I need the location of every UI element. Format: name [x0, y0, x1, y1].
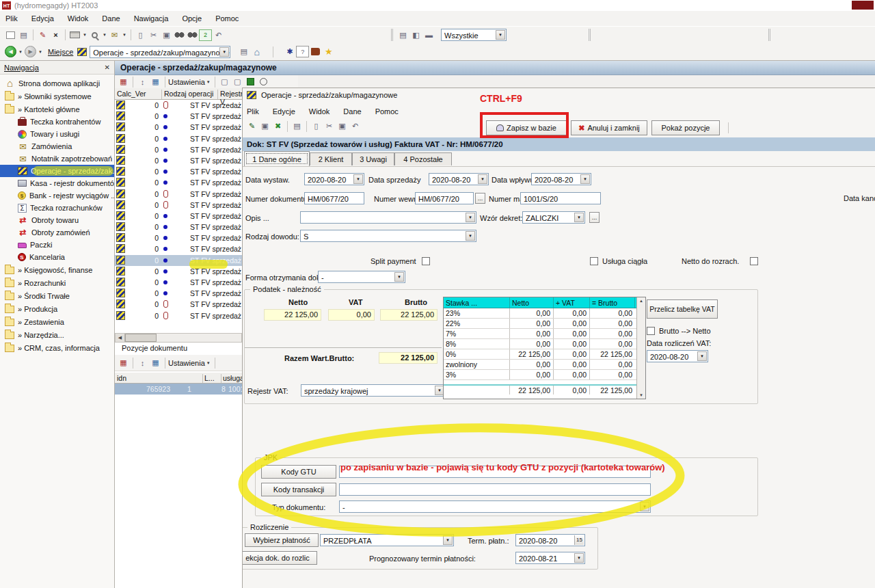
- kody-transakcji-button[interactable]: Kody transakcji: [261, 483, 336, 496]
- operations-row[interactable]: 0ST FV sprzedaż: [115, 177, 242, 188]
- chevron-down-icon[interactable]: ▼: [394, 272, 404, 282]
- settings-button[interactable]: Ustawienia: [168, 359, 205, 367]
- edit-icon[interactable]: ✎: [36, 29, 49, 41]
- chevron-down-icon[interactable]: ▼: [205, 357, 212, 369]
- operations-row[interactable]: 0ST FV sprzedaż: [115, 166, 242, 177]
- chevron-down-icon[interactable]: ▼: [205, 76, 212, 88]
- app-menu-opcje[interactable]: Opcje: [182, 14, 202, 23]
- platnosc-select[interactable]: PRZEDPŁATA▼: [320, 534, 454, 546]
- operations-row[interactable]: 0ST FV sprzedaż: [115, 100, 242, 111]
- horizontal-scrollbar[interactable]: ◀: [115, 333, 242, 343]
- operations-row[interactable]: 0ST FV sprzedaż: [115, 122, 242, 133]
- app-menu-edycja[interactable]: Edycja: [31, 14, 54, 23]
- delete-doc-icon[interactable]: ✖: [271, 120, 284, 132]
- sidebar-item[interactable]: Paczki: [0, 239, 114, 251]
- save-copy-icon[interactable]: ▣: [258, 120, 271, 132]
- przelicz-vat-button[interactable]: Przelicz tabelkę VAT: [647, 299, 718, 319]
- sidebar-item[interactable]: Teczka kontrahentów: [0, 116, 114, 128]
- doc-menu-widok[interactable]: Widok: [309, 107, 330, 116]
- operations-row[interactable]: 0ST FV sprzedaż: [115, 144, 242, 155]
- doc-menu-pomoc[interactable]: Pomoc: [375, 107, 399, 116]
- operations-row[interactable]: 0ST FV sprzedaż: [115, 277, 242, 288]
- sidebar-item[interactable]: Kasa - rejestr dokumentó...: [0, 177, 114, 189]
- print-icon[interactable]: [68, 29, 81, 41]
- kody-transakcji-input[interactable]: [339, 483, 651, 496]
- star-icon[interactable]: ★: [322, 46, 335, 57]
- usluga-ciagla-checkbox[interactable]: [590, 257, 598, 265]
- sidebar-item[interactable]: ⇄Obroty zamówień: [0, 226, 114, 239]
- position-row[interactable]: 765923 1 8 1001/S/20: [115, 384, 242, 395]
- sidebar-item[interactable]: » Zestawienia: [0, 315, 114, 328]
- history-icon[interactable]: [257, 76, 270, 88]
- back-icon[interactable]: ◀: [4, 46, 17, 57]
- tree-view-icon[interactable]: ▤: [396, 29, 409, 41]
- doc-menu-plik[interactable]: Plik: [247, 107, 259, 116]
- tab-uwagi[interactable]: 3 Uwagi: [352, 152, 394, 165]
- copy-icon[interactable]: ▯: [134, 29, 147, 41]
- undo-icon[interactable]: ↶: [349, 120, 362, 132]
- column-header[interactable]: L...: [204, 374, 215, 382]
- opis-select[interactable]: ▼: [300, 211, 476, 224]
- vat-table-row[interactable]: 3%0,000,000,00: [444, 370, 636, 380]
- wybierz-platnosc-button[interactable]: Wybierz płatność: [245, 533, 319, 547]
- chevron-down-icon[interactable]: ▼: [466, 213, 475, 222]
- prognozowany-select[interactable]: 2020-08-21▼: [515, 552, 585, 564]
- operations-row[interactable]: 0ST FV sprzedaż: [115, 288, 242, 299]
- app-menu-widok[interactable]: Widok: [68, 14, 89, 23]
- vat-table-row[interactable]: 22%0,000,000,00: [444, 319, 636, 329]
- new-document-icon[interactable]: [4, 29, 17, 41]
- filter-select[interactable]: Wszystkie ▼: [441, 29, 507, 41]
- term-platnosci-input[interactable]: 2020-08-2015: [515, 534, 585, 546]
- find-next-icon[interactable]: [186, 29, 199, 41]
- send-dropdown-icon[interactable]: ▼: [121, 29, 128, 41]
- chevron-down-icon[interactable]: ▼: [443, 535, 453, 545]
- sidebar-item[interactable]: SKancelaria: [0, 251, 114, 263]
- forward-dropdown-icon[interactable]: ▼: [37, 46, 44, 57]
- sidebar-item[interactable]: $Bank - rejestr wyciągów ...: [0, 189, 114, 202]
- cut-icon[interactable]: ✂: [323, 120, 336, 132]
- chevron-down-icon[interactable]: ▼: [580, 174, 590, 184]
- selekcja-dokumentow-button[interactable]: ekcja dok. do rozlic: [242, 551, 317, 565]
- table-icon[interactable]: ▦: [149, 357, 162, 369]
- vertical-scrollbar[interactable]: ▲▼: [636, 297, 645, 399]
- sidebar-item[interactable]: » Słowniki systemowe: [0, 90, 114, 103]
- app-menu-nawigacja[interactable]: Nawigacja: [134, 14, 169, 23]
- operations-row[interactable]: 0ST FV sprzedaż: [115, 299, 242, 310]
- sidebar-item[interactable]: » Środki Trwałe: [0, 289, 114, 302]
- numer-dokumentu-input[interactable]: HM/0677/20: [304, 192, 364, 204]
- column-header[interactable]: Rodzaj operacji: [164, 90, 213, 98]
- table-icon[interactable]: ▦: [149, 76, 162, 88]
- chevron-down-icon[interactable]: ▼: [697, 351, 707, 361]
- hierarchy-icon[interactable]: ▤: [237, 46, 250, 57]
- cancel-and-close-button[interactable]: ✖ Anuluj i zamknij: [571, 120, 647, 135]
- sidebar-item[interactable]: ΣTeczka rozrachunków: [0, 202, 114, 214]
- paste-icon[interactable]: ▣: [160, 29, 173, 41]
- scroll-down-icon[interactable]: ▼: [639, 393, 643, 397]
- sidebar-item[interactable]: Strona domowa aplikacji: [0, 77, 114, 90]
- back-dropdown-icon[interactable]: ▼: [17, 46, 24, 57]
- vat-table-row[interactable]: 23%0,000,000,00: [444, 308, 636, 319]
- operations-row[interactable]: 0ST FV sprzedaż: [115, 155, 242, 166]
- refresh-icon[interactable]: 2: [199, 29, 212, 41]
- sidebar-item[interactable]: » Kartoteki główne: [0, 103, 114, 116]
- undo-icon[interactable]: ↶: [212, 29, 225, 41]
- window-icon[interactable]: ▢: [218, 76, 231, 88]
- data-wplywu-select[interactable]: 2020-08-20▼: [531, 173, 591, 185]
- doc-menu-edycje[interactable]: Edycje: [273, 107, 295, 116]
- print-dropdown-icon[interactable]: ▼: [81, 29, 88, 41]
- operations-row[interactable]: 0ST FV sprzedaż: [115, 222, 242, 232]
- chevron-down-icon[interactable]: ▼: [353, 174, 363, 184]
- kody-gtu-button[interactable]: Kody GTU: [261, 465, 336, 479]
- grid-export-icon[interactable]: ▦: [117, 357, 130, 369]
- help-icon[interactable]: ?: [296, 46, 309, 57]
- operations-row[interactable]: 0ST FV sprzedaż: [115, 200, 242, 211]
- sidebar-item[interactable]: Towary i usługi: [0, 128, 114, 140]
- chevron-down-icon[interactable]: ▼: [219, 47, 229, 57]
- paste-icon[interactable]: ▣: [336, 120, 349, 132]
- sidebar-item[interactable]: » Produkcja: [0, 302, 114, 315]
- column-header[interactable]: usługa: [223, 374, 244, 382]
- operations-row[interactable]: 0ST FV sprzedaż: [115, 111, 242, 122]
- forward-icon[interactable]: ▶: [24, 46, 37, 57]
- numer-wewn-browse-button[interactable]: ...: [475, 193, 485, 204]
- tab-klient[interactable]: 2 Klient: [310, 152, 352, 165]
